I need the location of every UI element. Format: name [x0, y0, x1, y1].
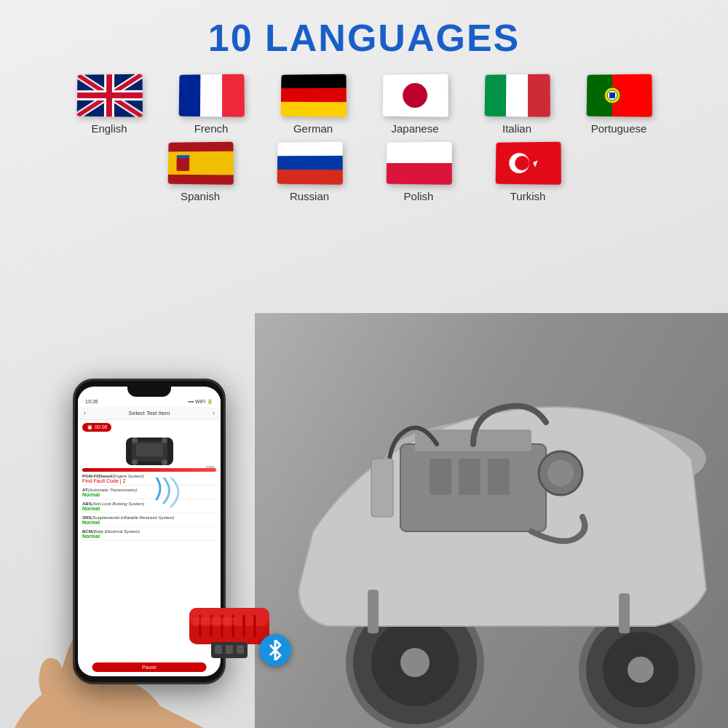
- svg-rect-13: [281, 88, 347, 103]
- flag-item-russian: Russian: [269, 142, 349, 202]
- phone-time: 19:26: [85, 399, 98, 405]
- svg-point-61: [162, 438, 167, 443]
- flag-item-german: German: [273, 74, 353, 135]
- phone-hand-area: 19:26 ▪▪▪ WiFi 🔋 ‹ Select Test Item › ⏰ …: [0, 306, 277, 728]
- portuguese-flag-icon: [587, 74, 652, 117]
- polish-label: Polish: [404, 190, 434, 202]
- flag-item-turkish: Turkish: [488, 142, 568, 202]
- spanish-label: Spanish: [181, 190, 220, 202]
- svg-point-44: [628, 657, 654, 683]
- nav-forward[interactable]: ›: [213, 410, 215, 416]
- bottom-section: 19:26 ▪▪▪ WiFi 🔋 ‹ Select Test Item › ⏰ …: [0, 306, 728, 728]
- svg-point-60: [132, 438, 138, 443]
- french-label: French: [194, 122, 229, 135]
- flag-item-polish: Polish: [379, 142, 459, 202]
- svg-rect-12: [281, 74, 346, 90]
- nav-back[interactable]: ‹: [84, 410, 86, 416]
- svg-point-52: [547, 460, 574, 486]
- flag-item-english: English: [69, 74, 149, 135]
- flags-container: English French: [0, 74, 728, 210]
- svg-point-59: [162, 459, 167, 465]
- svg-rect-9: [179, 74, 201, 116]
- flags-row-2: Spanish Russian: [160, 142, 568, 202]
- svg-rect-19: [528, 74, 550, 117]
- phone-notch: [127, 387, 171, 397]
- svg-rect-73: [237, 645, 244, 654]
- flags-row-1: English French: [69, 74, 659, 135]
- obd-device-icon: [186, 604, 273, 666]
- flag-item-japanese: Japanese: [375, 74, 455, 135]
- nav-title: Select Test Item: [129, 410, 170, 416]
- svg-rect-28: [177, 155, 190, 158]
- bluetooth-icon: [259, 634, 291, 666]
- portuguese-label: Portuguese: [591, 122, 647, 135]
- svg-rect-50: [371, 459, 393, 517]
- svg-rect-24: [609, 92, 615, 98]
- svg-rect-14: [281, 102, 347, 117]
- phone-status-bar: 19:26 ▪▪▪ WiFi 🔋: [78, 397, 221, 407]
- progress-fill: [82, 468, 216, 472]
- svg-rect-32: [387, 142, 452, 163]
- italian-label: Italian: [502, 122, 531, 135]
- page-title: 10 LANGUAGES: [208, 17, 521, 59]
- russian-label: Russian: [290, 190, 329, 202]
- timer-badge: ⏰ 00:06: [82, 423, 111, 432]
- phone-signal: ▪▪▪ WiFi 🔋: [189, 399, 213, 405]
- svg-rect-49: [488, 459, 510, 495]
- svg-point-58: [132, 459, 138, 465]
- german-flag-icon: [281, 74, 347, 117]
- flag-item-portuguese: Portuguese: [579, 74, 659, 135]
- english-label: English: [91, 122, 127, 135]
- title-section: 10 LANGUAGES: [0, 0, 728, 67]
- svg-rect-53: [368, 590, 379, 633]
- french-flag-icon: [179, 74, 245, 117]
- progress-label: 100%: [205, 465, 215, 470]
- flag-item-french: French: [171, 74, 251, 135]
- svg-rect-48: [459, 459, 480, 495]
- obd-device: [186, 604, 273, 666]
- bluetooth-waves: [142, 478, 193, 524]
- english-flag-icon: [77, 74, 143, 117]
- svg-rect-17: [485, 74, 507, 116]
- svg-rect-8: [77, 92, 143, 98]
- svg-rect-30: [277, 156, 343, 170]
- svg-point-41: [400, 648, 430, 677]
- spanish-flag-icon: [168, 142, 234, 185]
- flag-item-spanish: Spanish: [160, 142, 240, 202]
- diag-item-bcm[interactable]: BCM(Body Electrical System) Normal: [82, 529, 216, 541]
- car-top-view-icon: [126, 438, 173, 465]
- japanese-flag-icon: [383, 74, 448, 117]
- svg-rect-11: [222, 74, 245, 117]
- phone-nav-bar: ‹ Select Test Item ›: [78, 407, 221, 420]
- russian-flag-icon: [277, 142, 343, 185]
- polish-flag-icon: [387, 142, 452, 185]
- progress-bar: 100%: [82, 468, 216, 472]
- svg-rect-29: [277, 142, 342, 157]
- svg-rect-74: [193, 617, 237, 625]
- svg-rect-10: [200, 74, 222, 116]
- page-wrapper: 10 LANGUAGES: [0, 0, 728, 728]
- engine-background: [255, 313, 728, 728]
- turkish-flag-icon: [496, 142, 561, 185]
- svg-rect-18: [506, 74, 528, 116]
- japanese-label: Japanese: [391, 122, 438, 135]
- flag-item-italian: Italian: [477, 74, 557, 135]
- svg-rect-57: [136, 443, 163, 456]
- svg-rect-47: [430, 459, 451, 495]
- svg-rect-72: [226, 645, 233, 654]
- german-label: German: [293, 122, 333, 135]
- svg-rect-31: [277, 170, 343, 185]
- turkish-label: Turkish: [510, 190, 546, 202]
- svg-rect-33: [387, 163, 452, 185]
- italian-flag-icon: [485, 74, 550, 117]
- svg-rect-71: [215, 645, 222, 654]
- svg-rect-54: [619, 593, 630, 633]
- car-icon-area: [82, 438, 216, 465]
